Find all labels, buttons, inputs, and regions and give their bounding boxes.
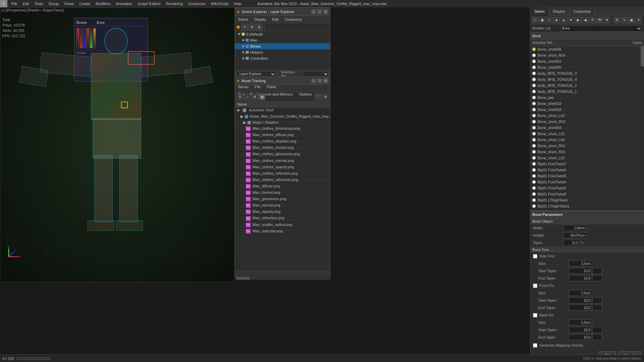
asset-col-name[interactable]: Name <box>235 102 330 107</box>
bone-item-11[interactable]: Bone_short_L03 <box>530 113 644 119</box>
asset-file-3[interactable]: Ps Man_clothes_displace.png Found <box>235 138 330 145</box>
layer-explorer-toolbar-btn3[interactable]: ⊞ <box>256 24 263 31</box>
bone-item-4[interactable]: body_BFB_TONGUE_3 <box>530 70 644 76</box>
layer-item-0[interactable]: 0 (default) <box>235 31 330 37</box>
asset-maps-group[interactable]: ▶ Maps / Shaders <box>235 120 330 126</box>
asset-tracking-restore[interactable]: □ <box>317 78 322 83</box>
front-end-input[interactable] <box>569 305 592 311</box>
asset-file-13[interactable]: Ps Man_normal.png Found <box>235 202 330 209</box>
asset-file-9[interactable]: Ps Man_clothes_refraction.png Found <box>235 177 330 183</box>
layer-explorer-toolbar-btn1[interactable]: ✕ <box>241 24 248 31</box>
bone-item-2[interactable]: Bone_shirt001 <box>530 58 644 64</box>
asset-file-11[interactable]: Ps Man_fresnel.png Found <box>235 190 330 196</box>
side-fins-checkbox[interactable] <box>533 254 537 258</box>
asset-toolbar-btn4[interactable]: ▦ <box>259 94 265 100</box>
scene-tb-btn10[interactable]: 📷 <box>596 17 603 23</box>
bone-item-17[interactable]: Bone_short_R02 <box>530 149 644 155</box>
back-start-pct[interactable] <box>592 327 602 333</box>
taper-input[interactable] <box>563 240 580 246</box>
layer-explorer-close-btn[interactable]: ✕ <box>323 9 328 14</box>
layer-item-controllers[interactable]: Controllers <box>235 55 330 61</box>
bone-item-13[interactable]: Bone_shirt004 <box>530 125 644 131</box>
bone-item-23[interactable]: Bip01 ForeTwist2 <box>530 185 644 191</box>
bone-item-7[interactable]: body_BFB_TONGUE_1 <box>530 88 644 95</box>
bone-item-3[interactable]: Bone_shirt005 <box>530 64 644 70</box>
asset-file-1[interactable]: Ps Man_clothes_Anisotropy.png Found <box>235 126 330 132</box>
scene-tb-btn11[interactable]: ▼ <box>604 17 610 23</box>
bone-item-18[interactable]: Bone_short_L02 <box>530 155 644 161</box>
bone-item-16[interactable]: Bone_short_R01 <box>530 143 644 149</box>
menu-animation[interactable]: Animation <box>113 0 135 7</box>
layer-explorer-menu-edit[interactable]: Edit <box>271 17 280 21</box>
width-input[interactable] <box>563 225 587 231</box>
bone-item-24[interactable]: Bip01 ForeTwist8 <box>530 191 644 197</box>
layer-explorer-menu-select[interactable]: Select <box>236 17 250 21</box>
menu-group[interactable]: Group <box>46 0 61 7</box>
asset-file-5[interactable]: Ps Man_clothes_glossiness.png Found <box>235 151 330 158</box>
scene-tb-btn6[interactable]: ▼ <box>568 17 574 23</box>
scene-tb-btn5[interactable]: ▲ <box>560 17 567 23</box>
scene-tb-btn3[interactable]: ✓ <box>546 17 552 23</box>
bone-list[interactable]: Bone_shirt006 Bone_short_R04 Bone_shirt0… <box>530 46 644 210</box>
asset-file-17[interactable]: Ps Man_specular.png Found <box>235 228 330 234</box>
bone-item-6[interactable]: body_BFB_TONGUE_2 <box>530 82 644 88</box>
back-end-input[interactable] <box>569 334 592 340</box>
modifier-list-select[interactable]: Bone <box>560 25 642 32</box>
bone-item-12[interactable]: Bone_short_R03 <box>530 119 644 125</box>
scene-tb-btn4[interactable]: ■ <box>553 17 559 23</box>
asset-file-10[interactable]: Ps Man_diffuse.png Found <box>235 183 330 189</box>
layer-explorer-minimize-btn[interactable]: — <box>311 9 316 14</box>
front-fin-checkbox[interactable] <box>533 284 537 288</box>
scene-tb-btn14[interactable]: ▣ <box>628 17 635 23</box>
back-fin-checkbox[interactable] <box>533 313 537 317</box>
selection-set-dropdown[interactable] <box>303 71 329 77</box>
side-end-input[interactable] <box>569 275 592 281</box>
asset-menu-server[interactable]: Server <box>236 85 250 89</box>
scene-tb-btn1[interactable]: ☐ <box>532 17 538 23</box>
menu-graph[interactable]: Graph Editors <box>135 0 163 7</box>
side-start-pct[interactable] <box>592 268 602 274</box>
layer-item-man[interactable]: Man <box>235 37 330 43</box>
layer-explorer-menu-display[interactable]: Display <box>253 17 268 21</box>
menu-maxscript[interactable]: MAXScript <box>208 0 231 7</box>
bone-item-1[interactable]: Bone_short_R04 <box>530 52 644 58</box>
asset-table-scroll[interactable]: Name Status ▶ Autodesk Vault ▶ <box>235 102 330 276</box>
asset-menu-file[interactable]: File <box>253 85 262 89</box>
side-start-input[interactable] <box>569 268 592 274</box>
asset-file-8[interactable]: Ps Man_clothes_reflection.png Found <box>235 170 330 177</box>
asset-tracking-close[interactable]: ✕ <box>323 78 328 83</box>
side-end-pct[interactable] <box>592 275 602 281</box>
asset-menu-paths[interactable]: Paths <box>265 85 277 89</box>
bone-item-22[interactable]: Bip01 ForeTwist4 <box>530 179 644 185</box>
asset-file-7[interactable]: Ps Man_clothes_opacity.png Found <box>235 164 330 170</box>
menu-file[interactable]: File <box>9 0 20 7</box>
bone-item-0[interactable]: Bone_shirt006 <box>530 46 644 52</box>
side-size-input[interactable] <box>569 260 592 266</box>
back-start-input[interactable] <box>569 327 592 333</box>
menu-edit[interactable]: Edit <box>20 0 32 7</box>
tab-select[interactable]: Select <box>530 7 549 15</box>
back-end-pct[interactable] <box>592 334 602 340</box>
menu-rendering[interactable]: Rendering <box>163 0 186 7</box>
layer-explorer-restore-btn[interactable]: □ <box>317 9 322 14</box>
bone-item-9[interactable]: Bone_shirt003 <box>530 101 644 107</box>
bone-item-27[interactable]: Bip01 RThighTwist <box>530 209 644 210</box>
asset-file-2[interactable]: Ps Man_clothes_diffuse.png Found <box>235 132 330 138</box>
scene-tb-btn15[interactable]: ☀ <box>636 17 642 23</box>
asset-toolbar-btn1[interactable]: ☰ <box>236 94 243 100</box>
tab-customize[interactable]: Customize <box>570 7 595 15</box>
asset-file-6[interactable]: Ps Man_clothes_normal.png Found <box>235 158 330 164</box>
asset-file-4[interactable]: Ps Man_clothes_fresnel.png Found <box>235 145 330 151</box>
scene-tb-btn13[interactable]: ✎ <box>621 17 628 23</box>
viewport[interactable]: [+] [Perspective] [Shaded + Edged Faces]… <box>0 7 235 282</box>
asset-menu-options[interactable]: Options <box>298 92 313 96</box>
bone-item-19[interactable]: Bip01 ForeTwist7 <box>530 161 644 167</box>
menu-views[interactable]: Views <box>61 0 76 7</box>
asset-group-vault[interactable]: ▶ Autodesk Vault <box>235 107 330 114</box>
asset-maxfile-row[interactable]: ▶ Asian_Man_Summer_Outfits_Rigged_max_vr… <box>235 114 330 120</box>
menu-customize[interactable]: Customize <box>185 0 208 7</box>
front-size-input[interactable] <box>569 290 592 296</box>
front-start-input[interactable] <box>569 297 592 303</box>
menu-tools[interactable]: Tools <box>32 0 46 7</box>
bone-item-14[interactable]: Bone_short_L01 <box>530 131 644 137</box>
